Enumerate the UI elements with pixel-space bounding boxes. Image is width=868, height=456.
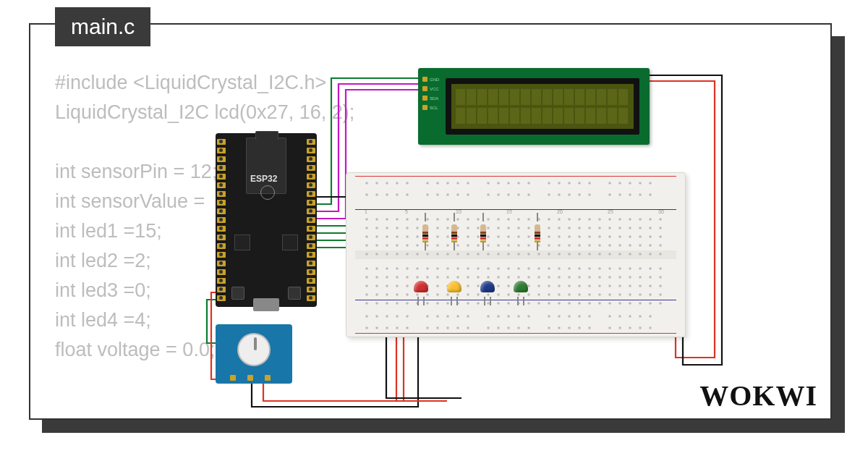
- lcd-pin[interactable]: SDA: [422, 96, 439, 101]
- resistor[interactable]: [451, 219, 457, 245]
- svg-point-233: [497, 253, 500, 256]
- resistor[interactable]: [480, 219, 486, 245]
- esp-pin[interactable]: [217, 287, 226, 292]
- esp-pin[interactable]: [307, 174, 315, 180]
- esp-pin[interactable]: [307, 200, 315, 206]
- lcd-pin[interactable]: SCL: [422, 105, 439, 110]
- esp-pin[interactable]: [217, 278, 226, 284]
- esp-pin[interactable]: [217, 261, 226, 266]
- bb-col-label: 10: [456, 209, 461, 214]
- svg-point-105: [416, 218, 419, 221]
- svg-point-168: [446, 235, 449, 238]
- esp-pin[interactable]: [217, 295, 226, 301]
- svg-point-45: [608, 193, 611, 196]
- pot-knob[interactable]: [237, 333, 271, 366]
- svg-point-390: [568, 302, 571, 305]
- svg-point-341: [375, 293, 378, 296]
- lcd-pin[interactable]: GND: [422, 77, 439, 82]
- potentiometer-module[interactable]: [216, 324, 292, 384]
- svg-point-37: [507, 193, 510, 196]
- esp-pin[interactable]: [307, 226, 315, 232]
- esp-pin[interactable]: [307, 217, 315, 223]
- esp-pin[interactable]: [307, 148, 315, 153]
- svg-point-290: [467, 276, 469, 279]
- pot-pin[interactable]: [265, 375, 271, 381]
- svg-point-120: [568, 218, 571, 221]
- esp-pin[interactable]: [217, 252, 226, 258]
- esp-pin[interactable]: [307, 287, 315, 292]
- svg-point-66: [558, 315, 561, 318]
- svg-point-240: [568, 253, 571, 256]
- esp-button-boot[interactable]: [288, 287, 301, 300]
- led-red[interactable]: [414, 281, 428, 298]
- esp-pin[interactable]: [217, 139, 226, 145]
- esp-pin[interactable]: [307, 191, 315, 197]
- esp-pin[interactable]: [307, 156, 315, 162]
- esp-pin[interactable]: [217, 191, 226, 197]
- file-tab[interactable]: main.c: [55, 7, 150, 46]
- svg-point-386: [527, 302, 530, 305]
- led-yellow[interactable]: [447, 281, 461, 298]
- bb-col-label: 20: [557, 209, 563, 214]
- svg-point-184: [608, 235, 611, 238]
- svg-point-72: [629, 315, 631, 318]
- svg-point-393: [598, 302, 601, 305]
- esp-pin[interactable]: [307, 165, 315, 171]
- esp-pin[interactable]: [307, 139, 315, 145]
- svg-point-250: [365, 267, 368, 270]
- esp-pin[interactable]: [217, 269, 226, 275]
- esp32-devkit[interactable]: ESP32: [216, 133, 317, 307]
- esp-pin[interactable]: [217, 182, 226, 188]
- svg-point-41: [558, 193, 561, 196]
- esp-pin[interactable]: [217, 208, 226, 214]
- esp-pin[interactable]: [217, 165, 226, 171]
- lcd-1602-i2c[interactable]: GNDVCCSDASCL: [418, 68, 650, 145]
- breadboard[interactable]: 151015202530: [346, 172, 686, 337]
- svg-point-265: [517, 267, 520, 270]
- esp-pin[interactable]: [217, 226, 226, 232]
- esp-pin[interactable]: [307, 182, 315, 188]
- svg-point-95: [608, 326, 611, 329]
- esp-pin[interactable]: [217, 217, 226, 223]
- svg-point-218: [649, 244, 652, 247]
- esp-pin[interactable]: [307, 208, 315, 214]
- esp-pin[interactable]: [307, 269, 315, 275]
- esp-pin[interactable]: [307, 243, 315, 249]
- pot-pin[interactable]: [230, 375, 236, 381]
- svg-point-64: [527, 315, 530, 318]
- pot-pin[interactable]: [247, 375, 253, 381]
- esp-pin[interactable]: [307, 295, 315, 301]
- svg-point-281: [375, 276, 378, 279]
- esp-pin[interactable]: [217, 243, 226, 249]
- svg-point-287: [436, 276, 439, 279]
- svg-point-388: [548, 302, 550, 305]
- circuit-diagram[interactable]: GNDVCCSDASCL ESP32 151015202530: [216, 68, 809, 379]
- svg-point-365: [618, 293, 621, 296]
- svg-point-76: [375, 326, 378, 329]
- lcd-pin[interactable]: VCC: [422, 86, 439, 91]
- esp-pin[interactable]: [217, 174, 226, 180]
- svg-point-374: [406, 302, 409, 305]
- esp-pin[interactable]: [217, 235, 226, 240]
- svg-point-83: [456, 326, 459, 329]
- led-blue[interactable]: [480, 281, 495, 298]
- svg-point-361: [578, 293, 581, 296]
- esp-pin[interactable]: [217, 156, 226, 162]
- pot-pins: [230, 375, 271, 381]
- svg-point-93: [578, 326, 581, 329]
- led-green[interactable]: [514, 281, 528, 298]
- svg-point-320: [467, 284, 469, 287]
- esp-pin[interactable]: [217, 200, 226, 206]
- svg-point-366: [629, 293, 631, 296]
- svg-point-339: [659, 284, 662, 287]
- esp-pin[interactable]: [307, 278, 315, 284]
- esp-pin[interactable]: [307, 261, 315, 266]
- svg-point-110: [467, 218, 469, 221]
- bb-col-label: 15: [506, 209, 512, 214]
- esp-button-en[interactable]: [231, 287, 244, 300]
- resistor[interactable]: [422, 219, 428, 245]
- esp-pin[interactable]: [307, 252, 315, 258]
- resistor[interactable]: [535, 219, 540, 245]
- esp-pin[interactable]: [217, 148, 226, 153]
- esp-pin[interactable]: [307, 235, 315, 240]
